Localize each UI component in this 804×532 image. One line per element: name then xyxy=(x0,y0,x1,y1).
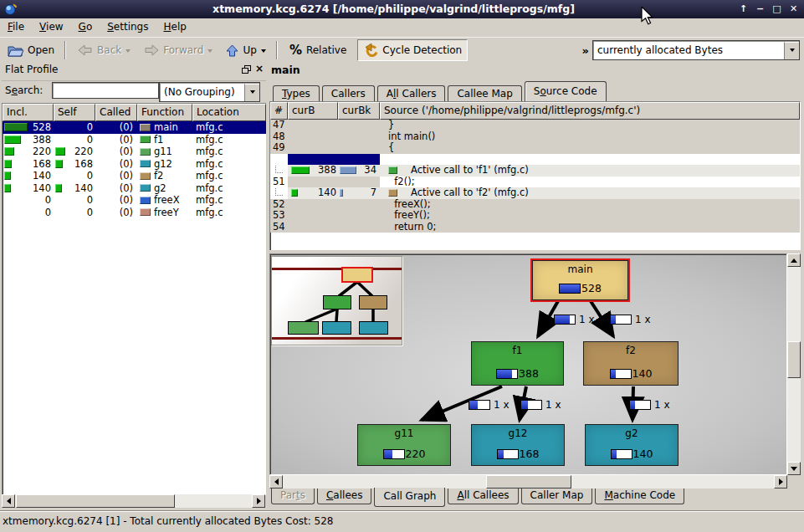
scrollbar-thumb[interactable] xyxy=(787,341,801,378)
source-column-header[interactable]: Source ('/home/philippe/valgrind/littlep… xyxy=(380,102,800,120)
source-line-row[interactable]: 47} xyxy=(270,120,800,131)
source-line-row[interactable]: 49{ xyxy=(270,142,800,154)
tab-all-callers[interactable]: All Callers xyxy=(377,85,446,101)
scrollbar-thumb[interactable] xyxy=(486,475,571,489)
shade-button[interactable]: ↑ xyxy=(736,2,750,16)
column-header-incl[interactable]: Incl. xyxy=(3,104,54,121)
active-call-row[interactable]: 38834Active call to 'f1' (mfg.c) xyxy=(270,165,800,176)
call-graph-vscrollbar[interactable] xyxy=(787,253,801,475)
up-dropdown-icon[interactable] xyxy=(261,49,266,55)
dock-titlebar[interactable]: Flat Profile × xyxy=(2,62,266,81)
node-cost-bar xyxy=(496,369,518,379)
table-row[interactable]: 140140(0)g2mfg.c xyxy=(3,182,266,195)
menu-item-help[interactable]: Help xyxy=(156,18,193,36)
back-dropdown-icon[interactable] xyxy=(125,49,131,55)
cycle-detection-button[interactable]: Cycle Detection xyxy=(357,39,468,61)
incl-bar xyxy=(4,160,12,168)
open-button[interactable]: Open xyxy=(2,39,60,61)
scroll-right-icon[interactable] xyxy=(252,494,265,508)
source-column-header[interactable]: curBk xyxy=(338,102,380,120)
scroll-up-icon[interactable] xyxy=(787,253,801,267)
dock-close-icon[interactable]: × xyxy=(255,64,264,74)
table-row[interactable]: 3880(0)f1mfg.c xyxy=(3,134,266,146)
edge-cost-bar xyxy=(610,315,632,325)
graph-node-f2[interactable]: f2140 xyxy=(583,341,679,386)
maximize-button[interactable]: □ xyxy=(770,2,784,16)
source-line-row[interactable]: 51 f2(); xyxy=(270,176,800,188)
location-cell: mfg.c xyxy=(192,182,266,195)
table-row[interactable]: 1400(0)f2mfg.c xyxy=(3,170,266,182)
tab-machine-code[interactable]: Machine Code xyxy=(595,489,684,504)
relative-button[interactable]: % Relative xyxy=(284,39,352,61)
forward-button[interactable]: Forward xyxy=(138,39,218,61)
table-row[interactable]: 168168(0)g12mfg.c xyxy=(3,158,266,171)
graph-node-g12[interactable]: g12168 xyxy=(471,424,565,466)
flat-profile-hscrollbar[interactable] xyxy=(2,494,265,508)
combobox-arrow-icon[interactable] xyxy=(784,42,799,59)
flat-profile-dock: Flat Profile × Search: (No Grouping) Inc… xyxy=(2,62,266,509)
source-column-header[interactable]: curB xyxy=(288,102,338,120)
scrollbar-thumb[interactable] xyxy=(16,494,175,508)
dock-float-icon[interactable] xyxy=(242,65,250,73)
column-header-location[interactable]: Location xyxy=(192,104,266,121)
edge-cost-bar xyxy=(469,400,490,410)
table-row[interactable]: 00(0)freeXmfg.c xyxy=(3,194,266,207)
graph-node-g11[interactable]: g11220 xyxy=(357,424,451,466)
column-header-function[interactable]: Function xyxy=(137,104,192,121)
menu-item-view[interactable]: View xyxy=(32,18,70,36)
tab-callee-map[interactable]: Callee Map xyxy=(448,85,521,101)
search-row: Search: (No Grouping) xyxy=(2,79,266,102)
toolbar-overflow-chevron[interactable]: » xyxy=(579,44,592,57)
minimize-button[interactable]: − xyxy=(753,2,767,16)
tab-call-graph[interactable]: Call Graph xyxy=(374,488,445,507)
tab-types[interactable]: Types xyxy=(273,85,320,101)
column-header-self[interactable]: Self xyxy=(54,104,95,121)
source-line-row[interactable]: 48int main() xyxy=(270,131,800,143)
source-line-row[interactable]: 54 return 0; xyxy=(270,222,800,233)
scroll-left-icon[interactable] xyxy=(269,475,283,489)
up-button[interactable]: Up xyxy=(220,39,271,61)
edge-label-f2-g2: 1 x xyxy=(629,399,670,411)
table-row[interactable]: 5280(0)mainmfg.c xyxy=(3,121,266,134)
cycle-arrow-icon xyxy=(363,43,378,57)
scroll-left-icon[interactable] xyxy=(2,494,15,508)
active-call-row[interactable]: 1407Active call to 'f2' (mfg.c) xyxy=(270,187,800,199)
graph-node-main[interactable]: main528 xyxy=(532,260,628,300)
title-bar[interactable]: xtmemory.kcg.6274 [/home/philippe/valgri… xyxy=(0,0,804,18)
source-line-row[interactable]: 50 f1(); xyxy=(270,154,800,166)
function-type-icon xyxy=(140,197,151,204)
bar-fill xyxy=(612,450,617,458)
scroll-down-icon[interactable] xyxy=(787,462,801,475)
graph-node-f1[interactable]: f1388 xyxy=(471,341,564,386)
call-graph-hscrollbar[interactable] xyxy=(269,475,787,489)
node-cost-value: 140 xyxy=(632,367,653,380)
table-row[interactable]: 00(0)freeYmfg.c xyxy=(3,207,266,219)
curbk-cell xyxy=(338,222,380,233)
scroll-right-icon[interactable] xyxy=(774,475,787,489)
menu-item-file[interactable]: File xyxy=(0,18,32,36)
combobox-arrow-icon[interactable] xyxy=(244,84,259,101)
menu-item-settings[interactable]: Settings xyxy=(100,18,156,36)
graph-node-g2[interactable]: g2140 xyxy=(585,424,679,466)
table-row[interactable]: 220220(0)g11mfg.c xyxy=(3,146,266,158)
source-line-row[interactable]: 53 freeY(); xyxy=(270,210,800,222)
call-graph-canvas[interactable]: main528f1388f2140g11220g12168g21401 x1 x… xyxy=(269,253,787,475)
curbk-cell xyxy=(338,142,380,154)
menu-item-go[interactable]: Go xyxy=(71,18,100,36)
forward-dropdown-icon[interactable] xyxy=(207,49,213,55)
line-number-cell: 54 xyxy=(270,222,288,233)
back-button[interactable]: Back xyxy=(72,39,136,61)
event-type-combobox[interactable]: currently allocated Bytes xyxy=(592,40,800,60)
tab-caller-map[interactable]: Caller Map xyxy=(521,489,593,504)
source-column-header[interactable]: # xyxy=(270,102,288,120)
tab-all-callees[interactable]: All Callees xyxy=(448,489,518,504)
source-line-row[interactable]: 52 freeX(); xyxy=(270,199,800,211)
line-number-cell: 51 xyxy=(270,176,288,188)
grouping-combobox[interactable]: (No Grouping) xyxy=(159,82,260,102)
search-input[interactable] xyxy=(52,82,159,99)
tab-source-code[interactable]: Source Code xyxy=(525,81,607,101)
tab-callers[interactable]: Callers xyxy=(322,85,375,101)
close-button[interactable]: ✕ xyxy=(786,2,801,16)
tab-callees[interactable]: Callees xyxy=(317,489,371,504)
column-header-called[interactable]: Called xyxy=(95,104,137,121)
